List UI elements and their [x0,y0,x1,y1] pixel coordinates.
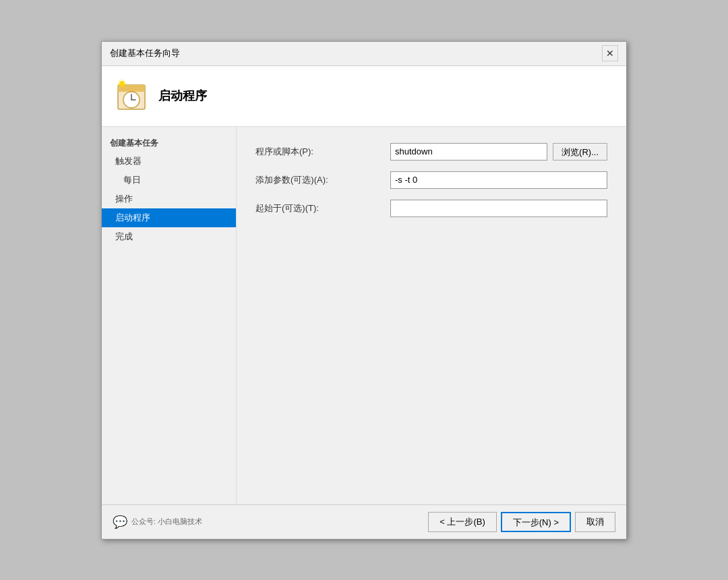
next-button[interactable]: 下一步(N) > [501,512,571,532]
program-label: 程序或脚本(P): [255,146,390,158]
sidebar-group-label: 创建基本任务 [102,135,236,152]
startdir-input[interactable] [390,200,607,217]
svg-line-13 [119,86,120,87]
program-input[interactable] [390,143,547,161]
header-section: 启动程序 [102,66,626,127]
svg-line-10 [119,81,120,82]
params-input[interactable] [390,171,607,189]
sidebar-item-trigger[interactable]: 触发器 [102,152,236,171]
startdir-label: 起始于(可选)(T): [255,202,390,214]
sidebar-item-action[interactable]: 操作 [102,190,236,208]
close-button[interactable]: ✕ [602,45,618,61]
body-section: 创建基本任务 触发器 每日 操作 启动程序 完成 程序或脚本(P): [102,127,626,504]
params-row: 添加参数(可选)(A): [255,171,607,189]
main-content: 程序或脚本(P): 浏览(R)... 添加参数(可选)(A): 起始于(可选)(… [237,127,626,504]
sidebar: 创建基本任务 触发器 每日 操作 启动程序 完成 [102,127,237,504]
cancel-button[interactable]: 取消 [575,512,615,532]
startdir-row: 起始于(可选)(T): [255,200,607,217]
sidebar-item-daily[interactable]: 每日 [102,171,236,190]
sidebar-item-start-program[interactable]: 启动程序 [102,208,236,227]
svg-line-12 [125,81,125,82]
main-dialog: 创建基本任务向导 ✕ [101,41,627,540]
dialog-title: 创建基本任务向导 [110,47,180,59]
prev-button[interactable]: < 上一步(B) [428,512,497,532]
sidebar-item-finish[interactable]: 完成 [102,227,236,246]
header-title: 启动程序 [158,88,207,104]
svg-point-5 [119,81,125,86]
footer: 💬 公众号: 小白电脑技术 < 上一步(B) 下一步(N) > 取消 [102,504,626,539]
title-bar: 创建基本任务向导 ✕ [102,42,626,66]
clock-icon [115,80,148,112]
params-label: 添加参数(可选)(A): [255,174,390,186]
svg-line-11 [125,86,125,87]
footer-watermark: 💬 公众号: 小白电脑技术 [113,515,202,529]
program-row: 程序或脚本(P): 浏览(R)... [255,143,607,161]
browse-button[interactable]: 浏览(R)... [553,143,607,161]
